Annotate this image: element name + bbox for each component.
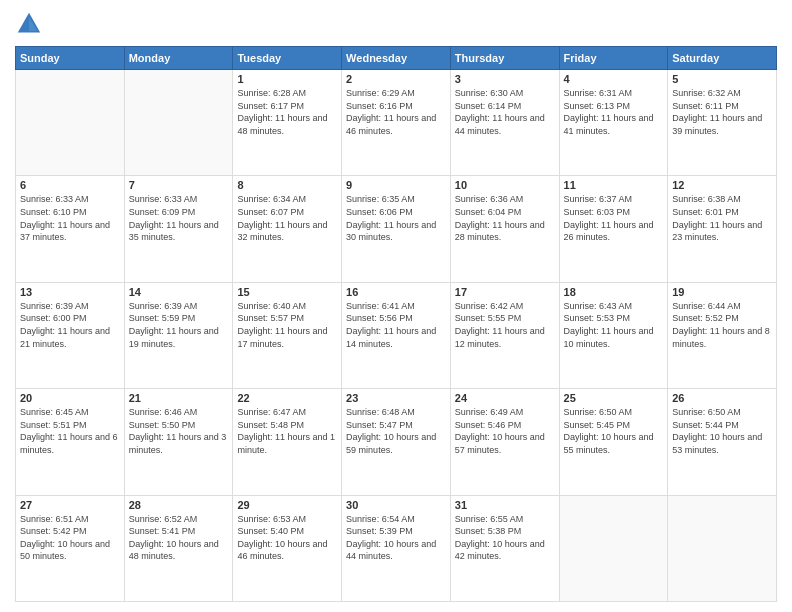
header xyxy=(15,10,777,38)
calendar-day: 18Sunrise: 6:43 AMSunset: 5:53 PMDayligh… xyxy=(559,282,668,388)
day-number: 7 xyxy=(129,179,229,191)
page: SundayMondayTuesdayWednesdayThursdayFrid… xyxy=(0,0,792,612)
calendar-day: 17Sunrise: 6:42 AMSunset: 5:55 PMDayligh… xyxy=(450,282,559,388)
day-info: Sunrise: 6:41 AMSunset: 5:56 PMDaylight:… xyxy=(346,300,446,350)
day-number: 9 xyxy=(346,179,446,191)
day-info: Sunrise: 6:35 AMSunset: 6:06 PMDaylight:… xyxy=(346,193,446,243)
day-number: 16 xyxy=(346,286,446,298)
calendar-day: 14Sunrise: 6:39 AMSunset: 5:59 PMDayligh… xyxy=(124,282,233,388)
day-info: Sunrise: 6:39 AMSunset: 5:59 PMDaylight:… xyxy=(129,300,229,350)
calendar-day: 3Sunrise: 6:30 AMSunset: 6:14 PMDaylight… xyxy=(450,70,559,176)
day-info: Sunrise: 6:51 AMSunset: 5:42 PMDaylight:… xyxy=(20,513,120,563)
weekday-header-wednesday: Wednesday xyxy=(342,47,451,70)
weekday-header-row: SundayMondayTuesdayWednesdayThursdayFrid… xyxy=(16,47,777,70)
calendar-week-2: 6Sunrise: 6:33 AMSunset: 6:10 PMDaylight… xyxy=(16,176,777,282)
day-number: 11 xyxy=(564,179,664,191)
calendar-day: 23Sunrise: 6:48 AMSunset: 5:47 PMDayligh… xyxy=(342,389,451,495)
day-info: Sunrise: 6:48 AMSunset: 5:47 PMDaylight:… xyxy=(346,406,446,456)
day-info: Sunrise: 6:33 AMSunset: 6:10 PMDaylight:… xyxy=(20,193,120,243)
calendar-day: 26Sunrise: 6:50 AMSunset: 5:44 PMDayligh… xyxy=(668,389,777,495)
calendar-day xyxy=(668,495,777,601)
day-info: Sunrise: 6:33 AMSunset: 6:09 PMDaylight:… xyxy=(129,193,229,243)
day-number: 18 xyxy=(564,286,664,298)
calendar-day: 28Sunrise: 6:52 AMSunset: 5:41 PMDayligh… xyxy=(124,495,233,601)
day-info: Sunrise: 6:28 AMSunset: 6:17 PMDaylight:… xyxy=(237,87,337,137)
day-info: Sunrise: 6:50 AMSunset: 5:44 PMDaylight:… xyxy=(672,406,772,456)
day-number: 6 xyxy=(20,179,120,191)
calendar-day: 11Sunrise: 6:37 AMSunset: 6:03 PMDayligh… xyxy=(559,176,668,282)
day-info: Sunrise: 6:43 AMSunset: 5:53 PMDaylight:… xyxy=(564,300,664,350)
calendar-day: 10Sunrise: 6:36 AMSunset: 6:04 PMDayligh… xyxy=(450,176,559,282)
calendar-day: 4Sunrise: 6:31 AMSunset: 6:13 PMDaylight… xyxy=(559,70,668,176)
day-number: 5 xyxy=(672,73,772,85)
calendar-day: 27Sunrise: 6:51 AMSunset: 5:42 PMDayligh… xyxy=(16,495,125,601)
calendar-day: 16Sunrise: 6:41 AMSunset: 5:56 PMDayligh… xyxy=(342,282,451,388)
day-number: 24 xyxy=(455,392,555,404)
day-info: Sunrise: 6:42 AMSunset: 5:55 PMDaylight:… xyxy=(455,300,555,350)
day-info: Sunrise: 6:47 AMSunset: 5:48 PMDaylight:… xyxy=(237,406,337,456)
calendar-day: 15Sunrise: 6:40 AMSunset: 5:57 PMDayligh… xyxy=(233,282,342,388)
day-info: Sunrise: 6:39 AMSunset: 6:00 PMDaylight:… xyxy=(20,300,120,350)
day-number: 30 xyxy=(346,499,446,511)
day-number: 12 xyxy=(672,179,772,191)
weekday-header-monday: Monday xyxy=(124,47,233,70)
day-number: 14 xyxy=(129,286,229,298)
day-number: 27 xyxy=(20,499,120,511)
calendar-week-1: 1Sunrise: 6:28 AMSunset: 6:17 PMDaylight… xyxy=(16,70,777,176)
calendar: SundayMondayTuesdayWednesdayThursdayFrid… xyxy=(15,46,777,602)
calendar-week-4: 20Sunrise: 6:45 AMSunset: 5:51 PMDayligh… xyxy=(16,389,777,495)
weekday-header-sunday: Sunday xyxy=(16,47,125,70)
calendar-day: 12Sunrise: 6:38 AMSunset: 6:01 PMDayligh… xyxy=(668,176,777,282)
calendar-day: 31Sunrise: 6:55 AMSunset: 5:38 PMDayligh… xyxy=(450,495,559,601)
calendar-day: 24Sunrise: 6:49 AMSunset: 5:46 PMDayligh… xyxy=(450,389,559,495)
calendar-day: 19Sunrise: 6:44 AMSunset: 5:52 PMDayligh… xyxy=(668,282,777,388)
calendar-day: 6Sunrise: 6:33 AMSunset: 6:10 PMDaylight… xyxy=(16,176,125,282)
day-info: Sunrise: 6:45 AMSunset: 5:51 PMDaylight:… xyxy=(20,406,120,456)
day-number: 22 xyxy=(237,392,337,404)
day-info: Sunrise: 6:34 AMSunset: 6:07 PMDaylight:… xyxy=(237,193,337,243)
day-number: 8 xyxy=(237,179,337,191)
day-number: 25 xyxy=(564,392,664,404)
calendar-day xyxy=(124,70,233,176)
day-number: 4 xyxy=(564,73,664,85)
day-info: Sunrise: 6:49 AMSunset: 5:46 PMDaylight:… xyxy=(455,406,555,456)
calendar-day: 30Sunrise: 6:54 AMSunset: 5:39 PMDayligh… xyxy=(342,495,451,601)
calendar-day: 9Sunrise: 6:35 AMSunset: 6:06 PMDaylight… xyxy=(342,176,451,282)
day-number: 31 xyxy=(455,499,555,511)
day-number: 20 xyxy=(20,392,120,404)
day-info: Sunrise: 6:53 AMSunset: 5:40 PMDaylight:… xyxy=(237,513,337,563)
day-info: Sunrise: 6:38 AMSunset: 6:01 PMDaylight:… xyxy=(672,193,772,243)
calendar-day xyxy=(16,70,125,176)
calendar-day: 8Sunrise: 6:34 AMSunset: 6:07 PMDaylight… xyxy=(233,176,342,282)
calendar-day: 22Sunrise: 6:47 AMSunset: 5:48 PMDayligh… xyxy=(233,389,342,495)
calendar-day: 1Sunrise: 6:28 AMSunset: 6:17 PMDaylight… xyxy=(233,70,342,176)
day-number: 10 xyxy=(455,179,555,191)
day-info: Sunrise: 6:29 AMSunset: 6:16 PMDaylight:… xyxy=(346,87,446,137)
weekday-header-thursday: Thursday xyxy=(450,47,559,70)
calendar-day: 29Sunrise: 6:53 AMSunset: 5:40 PMDayligh… xyxy=(233,495,342,601)
calendar-day: 7Sunrise: 6:33 AMSunset: 6:09 PMDaylight… xyxy=(124,176,233,282)
calendar-day: 5Sunrise: 6:32 AMSunset: 6:11 PMDaylight… xyxy=(668,70,777,176)
weekday-header-saturday: Saturday xyxy=(668,47,777,70)
day-number: 28 xyxy=(129,499,229,511)
calendar-week-3: 13Sunrise: 6:39 AMSunset: 6:00 PMDayligh… xyxy=(16,282,777,388)
logo-icon xyxy=(15,10,43,38)
day-info: Sunrise: 6:44 AMSunset: 5:52 PMDaylight:… xyxy=(672,300,772,350)
day-info: Sunrise: 6:40 AMSunset: 5:57 PMDaylight:… xyxy=(237,300,337,350)
day-info: Sunrise: 6:46 AMSunset: 5:50 PMDaylight:… xyxy=(129,406,229,456)
day-info: Sunrise: 6:54 AMSunset: 5:39 PMDaylight:… xyxy=(346,513,446,563)
day-number: 1 xyxy=(237,73,337,85)
weekday-header-friday: Friday xyxy=(559,47,668,70)
day-info: Sunrise: 6:31 AMSunset: 6:13 PMDaylight:… xyxy=(564,87,664,137)
day-number: 21 xyxy=(129,392,229,404)
calendar-day: 13Sunrise: 6:39 AMSunset: 6:00 PMDayligh… xyxy=(16,282,125,388)
day-info: Sunrise: 6:30 AMSunset: 6:14 PMDaylight:… xyxy=(455,87,555,137)
calendar-day: 20Sunrise: 6:45 AMSunset: 5:51 PMDayligh… xyxy=(16,389,125,495)
day-number: 15 xyxy=(237,286,337,298)
day-number: 13 xyxy=(20,286,120,298)
day-number: 23 xyxy=(346,392,446,404)
day-number: 2 xyxy=(346,73,446,85)
day-info: Sunrise: 6:36 AMSunset: 6:04 PMDaylight:… xyxy=(455,193,555,243)
day-info: Sunrise: 6:52 AMSunset: 5:41 PMDaylight:… xyxy=(129,513,229,563)
day-number: 3 xyxy=(455,73,555,85)
